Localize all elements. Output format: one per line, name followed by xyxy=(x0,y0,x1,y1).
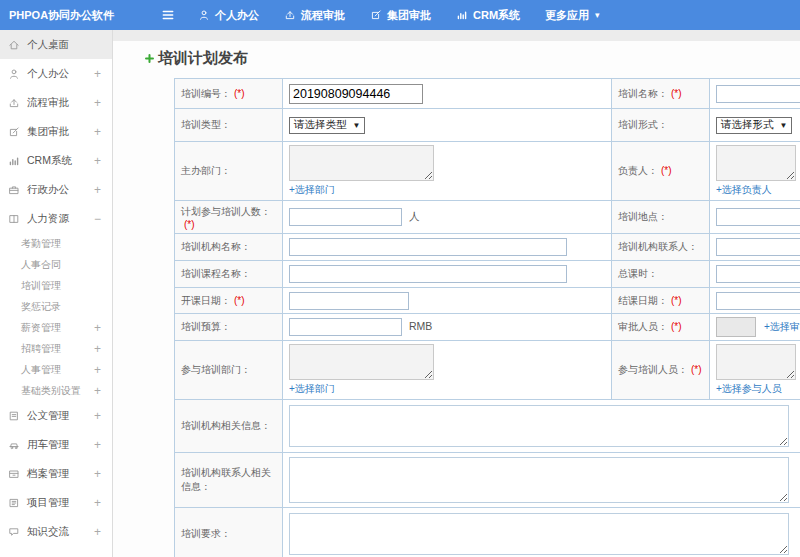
sidebar-item-workflow-approval[interactable]: 流程审批+ xyxy=(0,88,112,117)
sidebar-item-label: 人事管理 xyxy=(21,363,61,377)
sidebar-item-reward-punishment[interactable]: 奖惩记录 xyxy=(0,296,112,317)
sidebar-item-personal-desktop[interactable]: 个人桌面 xyxy=(0,30,112,59)
expander-icon[interactable]: + xyxy=(94,439,101,451)
expander-icon[interactable]: + xyxy=(94,97,101,109)
join-staff-field-cell: +选择参与人员 xyxy=(710,341,800,400)
expander-icon[interactable]: + xyxy=(94,497,101,509)
org-name-label-text: 培训机构名称： xyxy=(181,241,251,252)
expander-icon[interactable]: + xyxy=(94,468,101,480)
nav-item-workflow-approval[interactable]: 流程审批 xyxy=(284,8,345,23)
sidebar-item-archive-mgmt[interactable]: 档案管理+ xyxy=(0,459,112,488)
menu-toggle-icon[interactable] xyxy=(161,8,175,22)
sidebar-item-label: 个人办公 xyxy=(27,67,69,81)
training-req-textarea[interactable] xyxy=(289,513,789,555)
form-row: 培训类型：请选择类型▼培训形式：请选择形式▼ xyxy=(175,109,800,142)
join-dept-textarea[interactable] xyxy=(289,344,434,380)
join-staff-picker-link[interactable]: +选择参与人员 xyxy=(716,383,782,394)
course-name-input[interactable] xyxy=(289,265,567,283)
host-dept-textarea[interactable] xyxy=(289,145,434,181)
join-dept-picker-link[interactable]: +选择部门 xyxy=(289,383,335,394)
org-name-input[interactable] xyxy=(289,238,567,256)
sidebar-item-admin-office[interactable]: 行政办公+ xyxy=(0,175,112,204)
sidebar-item-crm-system[interactable]: CRM系统+ xyxy=(0,146,112,175)
sidebar-item-label: 用车管理 xyxy=(27,438,69,452)
approver-readonly-box[interactable] xyxy=(716,317,756,337)
planned-count-required-marker: (*) xyxy=(184,219,195,230)
expander-icon[interactable]: + xyxy=(94,155,101,167)
training-no-input[interactable] xyxy=(289,84,423,104)
total-hours-input[interactable] xyxy=(716,265,800,283)
sidebar-item-recruitment-mgmt[interactable]: 招聘管理+ xyxy=(0,338,112,359)
start-date-label: 开课日期：(*) xyxy=(175,288,283,314)
planned-count-input[interactable] xyxy=(289,208,402,226)
org-contact-input[interactable] xyxy=(716,238,800,256)
join-staff-label: 参与培训人员：(*) xyxy=(612,341,710,400)
sidebar-item-human-resources[interactable]: 人力资源− xyxy=(0,204,112,233)
sidebar-item-basic-category-settings[interactable]: 基础类别设置+ xyxy=(0,380,112,401)
nav-item-label: 更多应用 xyxy=(545,8,589,23)
expander-icon[interactable]: + xyxy=(94,410,101,422)
org-contact-info-textarea[interactable] xyxy=(289,457,789,503)
join-dept-field-cell: +选择部门 xyxy=(283,341,612,400)
user-icon xyxy=(198,9,210,21)
sidebar-item-salary-mgmt[interactable]: 薪资管理+ xyxy=(0,317,112,338)
host-dept-picker-link[interactable]: +选择部门 xyxy=(289,184,335,195)
sidebar-item-vehicle-mgmt[interactable]: 用车管理+ xyxy=(0,430,112,459)
training-no-field-cell xyxy=(283,79,612,109)
form-row: 培训机构相关信息： xyxy=(175,400,800,453)
end-date-input[interactable] xyxy=(716,292,800,310)
location-input[interactable] xyxy=(716,208,800,226)
form-row: 培训机构名称：培训机构联系人： xyxy=(175,234,800,261)
expander-icon[interactable]: + xyxy=(94,68,101,80)
sidebar-item-hr-contract[interactable]: 人事合同 xyxy=(0,254,112,275)
join-staff-textarea[interactable] xyxy=(716,344,796,380)
sidebar-item-label: 行政办公 xyxy=(27,183,69,197)
training-mode-select[interactable]: 请选择形式▼ xyxy=(716,117,792,134)
expander-icon[interactable]: + xyxy=(94,184,101,196)
sidebar-item-group-approval[interactable]: 集团审批+ xyxy=(0,117,112,146)
org-contact-info-label-text: 培训机构联系人相关信息： xyxy=(181,467,271,492)
location-field-cell xyxy=(710,201,800,234)
expander-icon[interactable]: − xyxy=(94,213,101,225)
form-row: 培训要求： xyxy=(175,508,800,557)
page-title-text: 培训计划发布 xyxy=(158,49,248,68)
sidebar-item-label: 奖惩记录 xyxy=(21,300,61,314)
expander-icon[interactable]: + xyxy=(94,526,101,538)
leader-picker-link[interactable]: +选择负责人 xyxy=(716,184,772,195)
expander-icon[interactable]: + xyxy=(94,322,101,334)
sidebar-item-document-mgmt[interactable]: 公文管理+ xyxy=(0,401,112,430)
sidebar-item-personal-office[interactable]: 个人办公+ xyxy=(0,59,112,88)
expander-icon[interactable]: + xyxy=(94,343,101,355)
leader-label-text: 负责人： xyxy=(618,165,658,176)
expander-icon[interactable]: + xyxy=(94,126,101,138)
org-info-textarea[interactable] xyxy=(289,405,789,447)
course-name-label-text: 培训课程名称： xyxy=(181,268,251,279)
sidebar-item-knowledge-exchange[interactable]: 知识交流+ xyxy=(0,517,112,546)
form-row: 培训课程名称：总课时： xyxy=(175,261,800,288)
caret-down-icon: ▾ xyxy=(595,10,600,20)
end-date-label-text: 结课日期： xyxy=(618,295,668,306)
start-date-input[interactable] xyxy=(289,292,409,310)
project-icon xyxy=(8,497,20,509)
end-date-required-marker: (*) xyxy=(671,295,682,306)
sidebar-item-label: 知识交流 xyxy=(27,525,69,539)
nav-item-crm-system[interactable]: CRM系统 xyxy=(456,8,520,23)
expander-icon[interactable]: + xyxy=(94,364,101,376)
leader-textarea[interactable] xyxy=(716,145,796,181)
expander-icon[interactable]: + xyxy=(94,385,101,397)
sidebar-item-label: 招聘管理 xyxy=(21,342,61,356)
location-label-text: 培训地点： xyxy=(618,211,668,222)
sidebar-item-training-mgmt[interactable]: 培训管理 xyxy=(0,275,112,296)
nav-item-personal-office[interactable]: 个人办公 xyxy=(198,8,259,23)
training-name-input[interactable] xyxy=(716,85,800,103)
sidebar-item-project-mgmt[interactable]: 项目管理+ xyxy=(0,488,112,517)
user-icon xyxy=(8,68,20,80)
training-type-select[interactable]: 请选择类型▼ xyxy=(289,117,365,134)
budget-input[interactable] xyxy=(289,318,402,336)
approver-picker-link[interactable]: +选择审批人员 xyxy=(764,321,800,332)
nav-item-group-approval[interactable]: 集团审批 xyxy=(370,8,431,23)
training-type-label: 培训类型： xyxy=(175,109,283,142)
sidebar-item-personnel-mgmt[interactable]: 人事管理+ xyxy=(0,359,112,380)
nav-item-more-apps[interactable]: 更多应用▾ xyxy=(545,8,600,23)
sidebar-item-attendance-mgmt[interactable]: 考勤管理 xyxy=(0,233,112,254)
